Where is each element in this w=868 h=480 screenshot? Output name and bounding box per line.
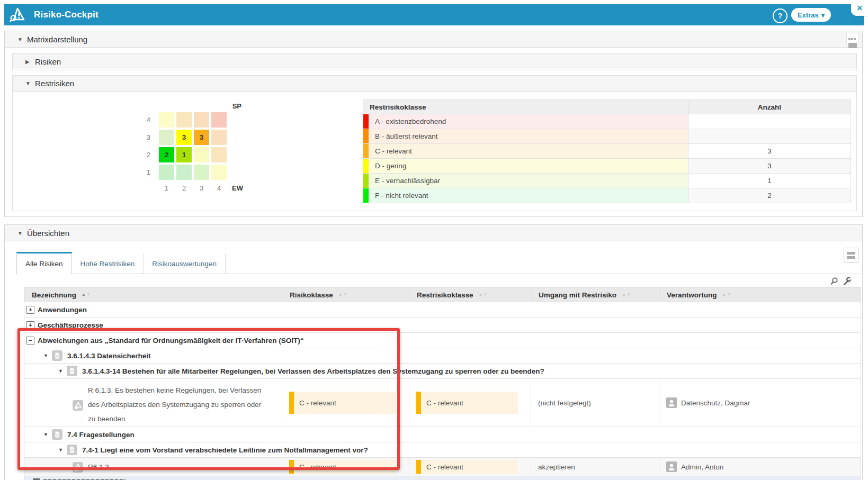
chevron-down-icon: ▾ [821, 11, 825, 19]
column-header-bezeichnung[interactable]: Bezeichnung ▲▼ [24, 288, 282, 302]
sort-icons[interactable]: ▲▼ [622, 293, 631, 297]
matrix-row-label: 2 [138, 151, 157, 159]
matrix-cell[interactable] [159, 130, 174, 145]
tab-alle-risiken[interactable]: Alle Risiken [16, 252, 72, 274]
chip-color-bar [416, 392, 421, 414]
matrix-cell[interactable] [211, 112, 227, 128]
chip-color-bar [416, 460, 421, 474]
column-header: Anzahl [688, 100, 851, 114]
document-icon [67, 366, 77, 376]
restrisiken-panel-header[interactable]: ▼ Restrisiken [13, 76, 856, 92]
list-view-icon[interactable] [844, 248, 858, 262]
verantwortung-cell: Datenschutz, Dagmar [659, 397, 750, 408]
dashboard-layout-icon[interactable] [846, 33, 859, 46]
matrix-row-label: 3 [138, 133, 157, 141]
node-row-datensicherheit[interactable]: ▼ 3.6.1.4.3 Datensicherheit [24, 348, 861, 364]
klasse-color-swatch [363, 129, 369, 143]
column-header-restrisikoklasse[interactable]: Restrisikoklasse ▲▼ [409, 288, 531, 302]
risikoklasse-chip: C - relevant [289, 460, 396, 474]
klasse-count: 3 [688, 144, 851, 158]
column-header-verantwortung[interactable]: Verantwortung ▲▼ [659, 288, 861, 302]
matrix-cell[interactable] [176, 165, 192, 180]
uebersichten-panel: ▼ Übersichten Alle Risiken Hohe Restrisi… [4, 224, 863, 480]
chip-color-bar [289, 460, 294, 474]
matrix-cell[interactable]: 3 [194, 130, 209, 145]
column-header-risikoklasse[interactable]: Risikoklasse ▲▼ [282, 288, 409, 302]
matrix-x-axis-label: EW [229, 182, 252, 192]
risk-icon [73, 400, 83, 411]
klasse-row: B - äußerst relevant [363, 129, 851, 144]
tree-collapse-icon[interactable]: ▼ [43, 353, 48, 358]
sort-icons[interactable]: ▲▼ [338, 293, 347, 297]
klasse-row: A - existenzbedrohend [363, 114, 851, 129]
matrix-cell[interactable]: 1 [176, 147, 192, 162]
node-row-7-4-1[interactable]: ▼ 7.4-1 Liegt eine vom Vorstand verabsch… [24, 442, 861, 458]
matrix-cell[interactable] [211, 147, 227, 162]
node-row-frage-3-6-1-4-3-14[interactable]: ▼ 3.6.1.4.3-14 Bestehen für alle Mitarbe… [24, 364, 861, 379]
collapse-minus-icon[interactable]: − [26, 337, 34, 345]
restrisikoklasse-chip: C - relevant [416, 392, 518, 414]
matrix-cell[interactable] [194, 112, 209, 128]
tree-collapse-icon[interactable]: ▼ [43, 432, 48, 437]
uebersichten-panel-header[interactable]: ▼ Übersichten [5, 225, 862, 241]
chip-color-bar [289, 392, 294, 414]
klasse-color-swatch [363, 144, 369, 158]
matrix-cell[interactable]: 3 [176, 130, 192, 145]
matrix-cell[interactable]: 2 [159, 147, 174, 162]
column-header-umgang[interactable]: Umgang mit Restrisiko ▲▼ [531, 288, 659, 302]
panel-title: Restrisiken [35, 79, 74, 88]
matrix-cell[interactable] [194, 147, 209, 162]
group-row-geschaeftsprozesse[interactable]: + Geschäftsprozesse [24, 318, 861, 333]
tree-collapse-icon[interactable]: ▼ [58, 368, 63, 374]
tab-hohe-restrisiken[interactable]: Hohe Restrisiken [72, 253, 144, 274]
wrench-icon[interactable] [843, 277, 851, 285]
expand-arrow-icon: ▶ [25, 59, 31, 65]
expand-plus-icon[interactable]: + [26, 306, 34, 314]
extras-button[interactable]: Extras ▾ [791, 8, 831, 22]
person-icon [666, 461, 677, 472]
sort-icons[interactable]: ▲▼ [479, 293, 488, 297]
expand-plus-icon[interactable]: + [26, 321, 34, 329]
search-icon[interactable] [830, 277, 838, 285]
risk-icon [73, 462, 83, 473]
matrix-y-axis-label: SP [138, 102, 252, 110]
risk-row-r613-kurz[interactable]: R6.1.3 C - relevant C - relevant akzepti… [24, 458, 861, 476]
umgang-cell: (nicht festgelegt) [531, 379, 659, 427]
matrix-cell[interactable] [211, 130, 227, 145]
klasse-count: 1 [688, 174, 851, 188]
matrix-cell[interactable] [176, 112, 192, 128]
matrix-cell[interactable] [194, 165, 209, 180]
help-button[interactable]: ? [773, 8, 788, 23]
node-row-7-4-fragestellungen[interactable]: ▼ 7.4 Fragestellungen [24, 427, 861, 442]
risk-matrix: SP 4 3 3 3 2 2 1 [138, 102, 252, 197]
app-title: Risiko-Cockpit [34, 10, 99, 20]
sort-icons[interactable]: ▲▼ [722, 293, 731, 297]
clipped-group-row[interactable] [24, 476, 861, 480]
close-button[interactable]: ✕ [851, 0, 868, 16]
restrisiken-panel: ▼ Restrisiken SP 4 3 3 3 [12, 75, 857, 211]
matrix-col-label: 4 [211, 182, 227, 192]
klasse-color-swatch [363, 159, 369, 173]
matrix-cell[interactable] [159, 165, 174, 180]
risiken-panel-header[interactable]: ▶ Risiken [13, 54, 856, 69]
matrix-col-label: 2 [176, 182, 192, 192]
klasse-count: 3 [688, 159, 851, 173]
matrix-cell[interactable] [159, 112, 174, 128]
matrix-panel-header[interactable]: ▼ Matrixdarstellung [5, 31, 862, 48]
umgang-cell: akzeptieren [531, 458, 659, 476]
tree-collapse-icon[interactable]: ▼ [58, 447, 63, 452]
app-header: Risiko-Cockpit ? Extras ▾ [4, 4, 864, 25]
group-row-abweichungen-soit[interactable]: − Abweichungen aus „Standard für Ordnung… [24, 333, 861, 348]
group-row-anwendungen[interactable]: + Anwendungen [24, 302, 861, 318]
restrisikoklasse-chip: C - relevant [416, 460, 518, 474]
person-icon [666, 397, 677, 408]
klasse-color-swatch [363, 188, 369, 203]
tab-risikoauswertungen[interactable]: Risikoauswertungen [144, 253, 226, 274]
document-icon [67, 445, 77, 455]
matrix-col-label: 1 [159, 182, 174, 192]
panel-title: Matrixdarstellung [27, 35, 87, 44]
help-icon: ? [778, 12, 783, 20]
matrix-cell[interactable] [211, 165, 227, 180]
risk-row-r613-lang[interactable]: R 6.1.3. Es bestehen keine Regelungen, b… [24, 379, 861, 427]
sort-icons[interactable]: ▲▼ [82, 293, 91, 297]
